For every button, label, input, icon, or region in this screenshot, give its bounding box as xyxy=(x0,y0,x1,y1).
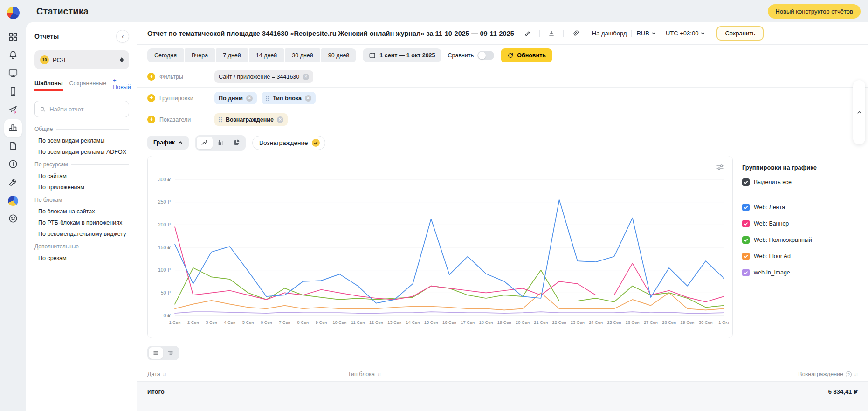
help-icon[interactable]: ? xyxy=(846,371,852,377)
add-icon[interactable]: + xyxy=(147,73,155,81)
search-input[interactable] xyxy=(49,106,124,113)
svg-text:28 Сен: 28 Сен xyxy=(662,320,676,325)
save-button[interactable]: Сохранить xyxy=(716,26,764,41)
sidebar-item[interactable]: По приложениям xyxy=(34,182,129,193)
legend-item-checkbox[interactable]: Web: Лента xyxy=(742,204,868,211)
product-select[interactable]: 10 РСЯ xyxy=(34,50,129,69)
line-chart-type-button[interactable] xyxy=(197,137,213,149)
sort-icon[interactable]: ↓↑ xyxy=(163,372,166,377)
currency-select[interactable]: RUB xyxy=(636,30,655,37)
select-all-checkbox[interactable]: Выделить все xyxy=(742,178,868,186)
edit-icon[interactable] xyxy=(521,27,535,40)
sort-icon[interactable]: ↓↑ xyxy=(854,372,858,377)
quick-range-button[interactable]: 7 дней xyxy=(216,48,248,62)
timezone-select[interactable]: UTC +03:00 xyxy=(666,30,705,37)
product-badge: 10 xyxy=(40,55,49,64)
chart-settings-icon[interactable] xyxy=(716,163,725,172)
quick-range-button[interactable]: Вчера xyxy=(185,48,215,62)
to-dashboard-link[interactable]: На дашборд xyxy=(592,30,627,37)
series-web-in_image[interactable] xyxy=(175,312,724,313)
table-view-toggle xyxy=(147,346,179,360)
new-report-constructor-button[interactable]: Новый конструктор отчётов xyxy=(768,4,861,19)
sidebar-collapse-button[interactable]: ‹ xyxy=(116,30,129,43)
tab-saved[interactable]: Сохраненные xyxy=(69,80,107,91)
checkbox-icon xyxy=(742,220,750,227)
table-header-row: Дата↓↑ Тип блока↓↑ Вознаграждение?↓↑ xyxy=(137,367,868,382)
rail-item-yandex-logo[interactable] xyxy=(4,4,22,21)
report-search[interactable] xyxy=(34,101,129,117)
rail-item-network-globe[interactable] xyxy=(4,192,22,210)
sidebar-item[interactable]: По РТБ-блокам в приложениях xyxy=(34,217,129,228)
new-report-link[interactable]: + Новый xyxy=(113,77,131,93)
sidebar-item[interactable]: По рекомендательному виджету xyxy=(34,228,129,240)
filter-chip[interactable]: По дням× xyxy=(214,92,257,104)
compare-toggle[interactable] xyxy=(477,51,494,60)
quick-range-button[interactable]: 30 дней xyxy=(285,48,320,62)
sort-icon[interactable]: ↓↑ xyxy=(377,372,381,377)
column-header-reward[interactable]: Вознаграждение?↓↑ xyxy=(798,371,858,377)
column-header-date[interactable]: Дата↓↑ xyxy=(147,371,348,377)
filter-chip[interactable]: Сайт / приложение = 3441630× xyxy=(214,70,313,83)
rail-item-bar-chart[interactable] xyxy=(4,119,22,137)
link-icon[interactable] xyxy=(568,27,582,40)
filter-chip[interactable]: Тип блока× xyxy=(262,92,316,104)
sidebar-item[interactable]: По срезам xyxy=(34,253,129,264)
svg-text:2 Сен: 2 Сен xyxy=(187,320,199,325)
svg-text:22 Сен: 22 Сен xyxy=(552,320,566,325)
legend-item-checkbox[interactable]: Web: Floor Ad xyxy=(742,253,868,260)
drag-handle-icon[interactable] xyxy=(219,117,222,123)
tab-templates[interactable]: Шаблоны xyxy=(34,80,63,91)
remove-chip-icon[interactable]: × xyxy=(246,95,253,102)
legend-item-checkbox[interactable]: web-in_image xyxy=(742,269,868,276)
column-header-block-type[interactable]: Тип блока↓↑ xyxy=(348,371,798,377)
quick-range-button[interactable]: 90 дней xyxy=(321,48,357,62)
sidebar-item[interactable]: По блокам на сайтах xyxy=(34,206,129,217)
filter-row-label: Фильтры xyxy=(159,74,214,80)
filter-row: +ПоказателиВознаграждение× xyxy=(137,109,868,130)
rail-item-plus-circle[interactable] xyxy=(4,156,22,173)
remove-chip-icon[interactable]: × xyxy=(305,95,311,102)
calendar-range-button[interactable]: 1 сент — 1 окт 2025 xyxy=(363,48,441,62)
bar-chart-type-button[interactable] xyxy=(213,137,228,149)
chevron-down-icon xyxy=(652,31,656,35)
quick-range-button[interactable]: Сегодня xyxy=(147,48,184,62)
svg-text:300 ₽: 300 ₽ xyxy=(158,177,171,182)
report-title-row: Отчет по тематической площадке 3441630 «… xyxy=(137,22,868,45)
rail-item-promo-beta[interactable]: β xyxy=(4,101,22,119)
legend-item-checkbox[interactable]: Web: Баннер xyxy=(742,220,868,227)
add-icon[interactable]: + xyxy=(147,116,155,123)
filter-chip[interactable]: Вознаграждение× xyxy=(214,113,288,126)
remove-chip-icon[interactable]: × xyxy=(303,74,309,80)
metric-chip[interactable]: Вознаграждение xyxy=(252,136,325,150)
refresh-button[interactable]: Обновить xyxy=(501,48,552,62)
collapse-panel-pill[interactable] xyxy=(853,80,865,144)
rail-item-phone[interactable] xyxy=(4,83,22,101)
pie-chart-type-button[interactable] xyxy=(228,137,244,149)
report-title: Отчет по тематической площадке 3441630 «… xyxy=(147,30,514,37)
smiley-icon xyxy=(8,213,18,225)
flat-list-view-button[interactable] xyxy=(149,347,163,359)
sidebar-item[interactable]: По всем видам рекламы ADFOX xyxy=(34,146,129,158)
rail-item-smiley[interactable] xyxy=(4,210,22,228)
series-Web: Floor Ad[interactable] xyxy=(175,293,724,310)
legend-item-checkbox[interactable]: Web: Полноэкранный xyxy=(742,236,868,244)
download-icon[interactable] xyxy=(544,27,558,40)
sidebar-item[interactable]: По всем видам рекламы xyxy=(34,135,129,146)
rail-item-monitor[interactable] xyxy=(4,65,22,82)
graph-collapse-button[interactable]: График xyxy=(147,136,189,150)
add-icon[interactable]: + xyxy=(147,94,155,102)
chart-controls-row: График Вознаграждение xyxy=(137,130,868,155)
drag-handle-icon[interactable] xyxy=(266,96,269,101)
series-Web: Лента[interactable] xyxy=(175,200,724,303)
rail-item-wrench[interactable] xyxy=(4,174,22,192)
rail-item-bell[interactable] xyxy=(4,47,22,64)
refresh-icon xyxy=(507,52,514,59)
rail-item-document[interactable] xyxy=(4,137,22,155)
sidebar-item[interactable]: По сайтам xyxy=(34,171,129,182)
svg-text:19 Сен: 19 Сен xyxy=(497,320,511,325)
quick-range-button[interactable]: 14 дней xyxy=(249,48,284,62)
rail-item-grid[interactable] xyxy=(4,28,22,46)
line-chart[interactable]: 0 ₽50 ₽100 ₽150 ₽200 ₽250 ₽300 ₽1 Сен2 С… xyxy=(148,156,732,338)
remove-chip-icon[interactable]: × xyxy=(277,116,283,123)
tree-view-button[interactable] xyxy=(163,347,178,359)
